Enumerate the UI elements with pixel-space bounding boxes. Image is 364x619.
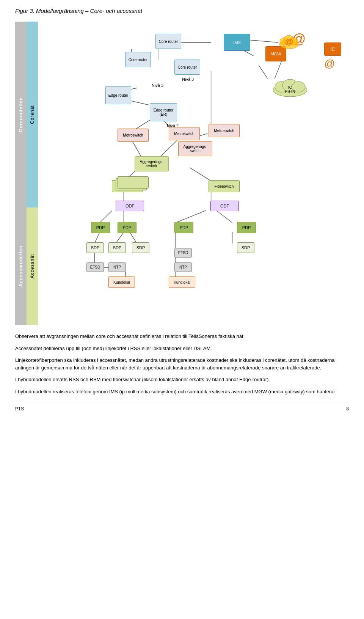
sdp3-node: SDP [132, 242, 149, 253]
pdp3-node: PDP [174, 222, 193, 233]
metroswitch-left-node: Metroswitch [118, 129, 149, 142]
sdp1-node: SDP [86, 242, 104, 253]
sdp4-node: SDP [237, 242, 254, 253]
at-symbol-2: @ [324, 58, 335, 70]
core-router-3-node: Core router [174, 60, 200, 75]
ic-node-top: IC [324, 42, 341, 56]
footer-page: 8 [346, 406, 349, 412]
body-para-3: Linjekortet/fiberporten ska inkluderas i… [15, 357, 349, 371]
diagram-wrapper: Coremodellen Accessmodellen Corenät Acce… [15, 22, 349, 325]
edge-router-er-node: Edge router (ER) [150, 103, 177, 121]
at-cloud-symbol: @ [279, 37, 300, 47]
fiberswitch-left-shadow2 [118, 176, 149, 189]
kundlokal2-node: Kundlokal [169, 277, 195, 288]
body-para-2: Accessnätet definieras upp till (och med… [15, 345, 349, 352]
pdp1-node: PDP [91, 222, 110, 233]
body-para-5: I hybridmodellen realiseras telefoni gen… [15, 388, 349, 396]
at-cloud: @ [279, 32, 300, 49]
footer-org: PTS [15, 406, 24, 412]
diagram-main: IMS @ IC @ MGW [38, 22, 349, 325]
efsd1-node: EFSD [86, 262, 104, 272]
niva3-label-left: Nivå 3 [152, 83, 163, 88]
agg-switch-top-node: Aggregerings- switch [178, 141, 212, 156]
efsd2-node: EFSD [174, 248, 192, 258]
body-text: Observera att avgränsningen mellan core … [15, 333, 349, 395]
odf-left-node: ODF [116, 201, 144, 211]
accessmodellen-label: Accessmodellen [15, 207, 27, 325]
accessnät-label: Accessnät [27, 207, 38, 325]
pstn-label: ICPSTN [271, 85, 309, 94]
figure-title: Figur 3. Modellavgränsning – Core- och a… [15, 8, 349, 14]
agg-switch-bot-node: Aggregerings- switch [135, 156, 169, 171]
footer: PTS 8 [15, 403, 349, 412]
odf-right-node: ODF [210, 201, 239, 211]
svg-line-23 [116, 232, 124, 244]
inner-label-col: Corenät Accessnät [27, 22, 38, 325]
niva3-label-right: Nivå 3 [182, 77, 194, 82]
svg-line-22 [94, 232, 100, 244]
pdp2-node: PDP [118, 222, 136, 233]
corenät-label: Corenät [27, 22, 38, 207]
core-router-2-node: Core router [125, 52, 151, 67]
ntp1-node: NTP [108, 262, 126, 272]
svg-line-18 [100, 211, 112, 223]
outer-label-col: Coremodellen Accessmodellen [15, 22, 27, 325]
svg-line-15 [190, 168, 211, 181]
edge-router-node: Edge router [105, 86, 131, 104]
svg-line-21 [217, 211, 232, 223]
svg-line-10 [132, 140, 142, 158]
metro-switch-mid-node: Metroswitch [169, 127, 200, 140]
ic-pstn-area: ICPSTN [271, 75, 309, 97]
body-para-1: Observera att avgränsningen mellan core … [15, 333, 349, 340]
svg-line-24 [130, 232, 137, 244]
fiberswitch-right-node: Fiberswitch [209, 180, 240, 192]
metroswitch-right-node: Metroswitch [209, 124, 240, 137]
page: Figur 3. Modellavgränsning – Core- och a… [0, 0, 364, 419]
pdp4-node: PDP [237, 222, 256, 233]
svg-line-20 [176, 211, 206, 223]
sdp2-node: SDP [108, 242, 126, 253]
kundlokal1-node: Kundlokal [108, 277, 135, 288]
coremodellen-label: Coremodellen [15, 22, 27, 207]
svg-line-32 [259, 65, 267, 79]
core-router-top-node: Core router [155, 34, 181, 49]
ims-node: IMS [224, 34, 250, 51]
body-para-4: I hybridmodellen ersätts RSS och RSM med… [15, 376, 349, 383]
ntp2-node: NTP [174, 262, 192, 272]
